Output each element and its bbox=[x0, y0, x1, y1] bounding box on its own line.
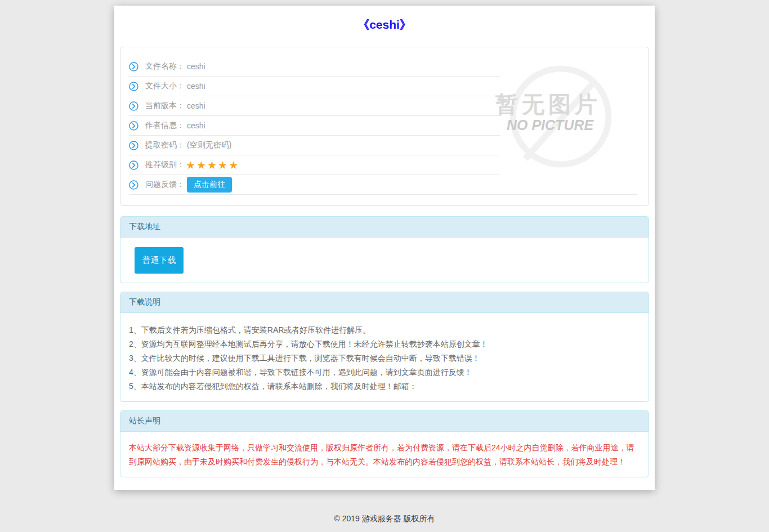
page-title: 《ceshi》 bbox=[120, 17, 649, 33]
info-item-feedback: 问题反馈： 点击前往 bbox=[129, 175, 637, 195]
feedback-go-button[interactable]: 点击前往 bbox=[187, 177, 232, 193]
no-picture-text-en: NO PICTURE bbox=[507, 117, 593, 133]
info-item-author: 作者信息： ceshi bbox=[129, 116, 500, 136]
info-value: (空则无密码) bbox=[187, 140, 231, 150]
circle-arrow-icon bbox=[129, 121, 138, 131]
info-label: 推荐级别： bbox=[145, 160, 185, 170]
info-label: 问题反馈： bbox=[145, 180, 185, 190]
info-label: 文件大小： bbox=[145, 81, 185, 91]
info-value: ceshi bbox=[187, 101, 205, 110]
info-item-version: 当前版本： ceshi bbox=[129, 96, 500, 116]
statement-panel-body: 本站大部分下载资源收集于网络，只做学习和交流使用，版权归原作者所有，若为付费资源… bbox=[120, 432, 649, 477]
info-item-file-size: 文件大小： ceshi bbox=[129, 77, 500, 96]
no-picture-text-zh: 暂无图片 bbox=[495, 89, 601, 120]
instruction-line: 4、资源可能会由于内容问题被和谐，导致下载链接不可用，遇到此问题，请到文章页面进… bbox=[129, 365, 640, 379]
instructions-panel: 下载说明 1、下载后文件若为压缩包格式，请安装RAR或者好压软件进行解压。 2、… bbox=[120, 292, 649, 402]
info-value: ceshi bbox=[187, 62, 205, 71]
statement-text: 本站大部分下载资源收集于网络，只做学习和交流使用，版权归原作者所有，若为付费资源… bbox=[129, 441, 640, 469]
normal-download-button[interactable]: 普通下载 bbox=[135, 247, 184, 274]
circle-arrow-icon bbox=[129, 141, 138, 150]
file-info-panel: 文件名称： ceshi 文件大小： ceshi 当前版本： ceshi bbox=[120, 47, 649, 206]
statement-panel: 站长声明 本站大部分下载资源收集于网络，只做学习和交流使用，版权归原作者所有，若… bbox=[120, 410, 649, 477]
download-panel-header: 下载地址 bbox=[120, 217, 649, 238]
circle-arrow-icon bbox=[129, 101, 138, 111]
download-panel: 下载地址 普通下载 bbox=[120, 216, 649, 283]
circle-arrow-icon bbox=[129, 160, 138, 170]
circle-arrow-icon bbox=[129, 82, 138, 91]
info-value: ceshi bbox=[187, 82, 205, 91]
info-label: 提取密码： bbox=[145, 140, 185, 150]
instruction-line: 5、本站发布的内容若侵犯到您的权益，请联系本站删除，我们将及时处理！邮箱： bbox=[129, 379, 640, 394]
info-item-password: 提取密码： (空则无密码) bbox=[129, 136, 500, 155]
star-rating: ★★★★★ bbox=[186, 160, 239, 171]
instruction-line: 2、资源均为互联网整理经本地测试后再分享，请放心下载使用！未经允许禁止转载抄袭本… bbox=[129, 337, 640, 351]
info-item-rating: 推荐级别： ★★★★★ bbox=[129, 155, 500, 175]
no-picture-placeholder: 暂无图片 NO PICTURE bbox=[494, 63, 636, 176]
download-panel-body: 普通下载 bbox=[120, 238, 649, 283]
circle-arrow-icon bbox=[129, 62, 138, 71]
info-label: 当前版本： bbox=[145, 101, 185, 111]
info-label: 文件名称： bbox=[145, 61, 185, 71]
info-label: 作者信息： bbox=[145, 120, 185, 131]
info-item-file-name: 文件名称： ceshi bbox=[129, 57, 500, 77]
instruction-line: 1、下载后文件若为压缩包格式，请安装RAR或者好压软件进行解压。 bbox=[129, 323, 640, 337]
instructions-panel-header: 下载说明 bbox=[120, 292, 649, 313]
statement-panel-header: 站长声明 bbox=[120, 411, 649, 432]
instruction-line: 3、文件比较大的时候，建议使用下载工具进行下载，浏览器下载有时候会自动中断，导致… bbox=[129, 351, 640, 365]
copyright-footer: © 2019 游戏服务器 版权所有 bbox=[0, 514, 769, 532]
info-value: ceshi bbox=[187, 121, 205, 130]
circle-arrow-icon bbox=[129, 180, 138, 190]
instructions-panel-body: 1、下载后文件若为压缩包格式，请安装RAR或者好压软件进行解压。 2、资源均为互… bbox=[120, 313, 649, 401]
content-card: 《ceshi》 文件名称： ceshi 文件大小： ceshi bbox=[114, 6, 655, 490]
